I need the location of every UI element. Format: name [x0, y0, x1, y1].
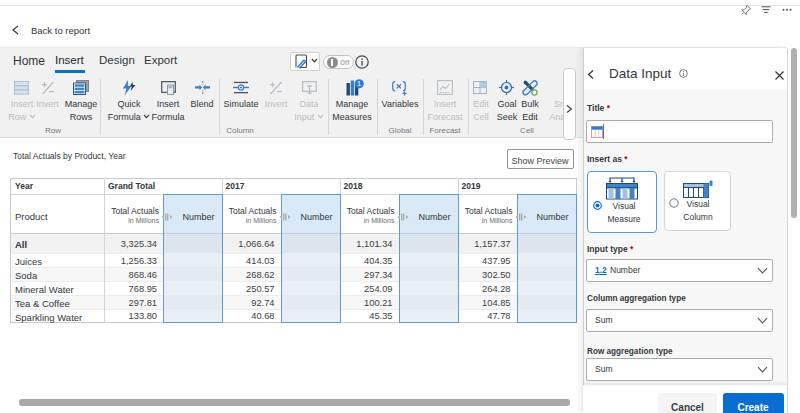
svg-text:1: 1	[357, 79, 361, 88]
